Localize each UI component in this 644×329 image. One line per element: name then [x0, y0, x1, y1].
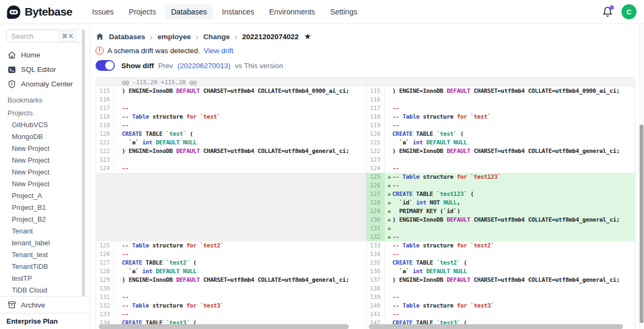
show-diff-toggle[interactable]	[96, 60, 115, 71]
sidebar-project-item[interactable]: Tenant_test	[0, 249, 90, 261]
sidebar-project-item[interactable]: GitHubVCS	[0, 119, 90, 131]
sidebar-project-item[interactable]: New Project	[0, 143, 90, 155]
plan-label: Enterprise Plan	[0, 313, 90, 329]
view-drift-link[interactable]: View drift	[204, 47, 233, 55]
diff-row: 117--	[367, 104, 635, 113]
sidebar-project-item[interactable]: TenantTiDB	[0, 261, 90, 273]
diff-row: 121 `a` int DEFAULT NULL	[96, 138, 366, 147]
archive-label: Archive	[21, 301, 45, 309]
search-input[interactable]	[11, 32, 56, 40]
sidebar-project-item[interactable]: Tenant	[0, 225, 90, 237]
avatar[interactable]: C	[621, 4, 636, 19]
show-diff-label: Show diff	[121, 62, 154, 70]
diff-row: 127+CREATE TABLE `test123` (	[367, 190, 635, 199]
breadcrumb-item[interactable]: Change	[203, 33, 230, 41]
breadcrumb-item[interactable]: Databases	[109, 33, 145, 41]
diff-row: 123	[367, 156, 635, 164]
nav-item-databases[interactable]: Databases	[165, 4, 213, 19]
diff-row: 115) ENGINE=InnoDB DEFAULT CHARSET=utf8m…	[96, 87, 366, 96]
page-scrollbar[interactable]	[639, 24, 644, 329]
diff-row: 120CREATE TABLE `test` (	[96, 130, 366, 138]
sidebar-project-item[interactable]: tenant_label	[0, 237, 90, 249]
main-content: Databases›employee›Change›20221202074022…	[90, 24, 644, 329]
diff-row: 121 `a` int DEFAULT NULL	[367, 138, 635, 147]
breadcrumb-items: Databases›employee›Change›20221202074022	[109, 32, 298, 41]
search-shortcut-badge: ⌘ K	[58, 31, 76, 41]
sidebar-project-item[interactable]: TiDB Cloud	[0, 284, 90, 296]
sidebar-item-home[interactable]: Home	[0, 48, 90, 62]
star-icon[interactable]: ★	[304, 32, 311, 41]
notifications-button[interactable]	[602, 6, 613, 17]
alert-text: A schema drift was detected.	[107, 47, 200, 55]
nav-item-environments[interactable]: Environments	[264, 4, 321, 19]
breadcrumb-item: 20221202074022	[242, 33, 298, 41]
diff-right-horizontal-scrollbar[interactable]	[369, 324, 623, 329]
terminal-icon	[8, 65, 16, 74]
page-scrollbar-thumb[interactable]	[640, 125, 643, 323]
sidebar-project-item[interactable]: MongoDB	[0, 131, 90, 143]
home-breadcrumb-icon[interactable]	[96, 32, 104, 41]
sidebar-section-projects[interactable]: Projects	[0, 109, 90, 117]
alert-icon: !	[96, 47, 104, 55]
diff-row: 122) ENGINE=InnoDB DEFAULT CHARSET=utf8m…	[96, 147, 366, 156]
breadcrumb-item[interactable]: employee	[158, 33, 191, 41]
diff-row: 125-- Table structure for `test2`	[96, 242, 366, 250]
diff-row: 116	[96, 96, 366, 104]
diff-row	[96, 224, 366, 233]
sidebar-project-item[interactable]: Project_A	[0, 190, 90, 202]
diff-row: 129+ PRIMARY KEY (`id`)	[367, 207, 635, 216]
diff-row	[96, 199, 366, 207]
diff-row: 128+ `id` int NOT NULL,	[367, 199, 635, 207]
sidebar-scrollbar[interactable]	[82, 30, 85, 296]
diff-row: 116	[367, 96, 635, 104]
diff-row: 131+	[367, 224, 635, 233]
diff-row: 124--	[367, 164, 635, 173]
sidebar-section-bookmarks[interactable]: Bookmarks	[0, 96, 90, 104]
diff-row: 120CREATE TABLE `test` (	[367, 130, 635, 138]
diff-row: 141--	[367, 310, 635, 319]
diff-hunk-header	[367, 78, 635, 87]
diff-row: 138	[367, 284, 635, 293]
notification-dot	[610, 5, 614, 10]
search-box[interactable]: ⌘ K	[6, 30, 83, 42]
bytebase-logo[interactable]: Bytebase	[6, 5, 72, 19]
nav-item-instances[interactable]: Instances	[216, 4, 260, 19]
sidebar-project-item[interactable]: New Project	[0, 166, 90, 178]
diff-pane-left: @@ -115,20 +115,28 @@115) ENGINE=InnoDB …	[96, 78, 366, 329]
nav-item-settings[interactable]: Settings	[324, 4, 363, 19]
diff-row: 118-- Table structure for `test`	[96, 113, 366, 121]
sidebar-project-item[interactable]: New Project	[0, 178, 90, 190]
archive-icon	[8, 301, 16, 309]
diff-row	[96, 233, 366, 242]
prev-label: Prev	[158, 62, 173, 70]
sidebar-project-item[interactable]: testTP	[0, 273, 90, 284]
diff-row: 133--	[96, 310, 366, 319]
diff-row: 123	[96, 156, 366, 164]
sidebar-item-anomaly-center[interactable]: Anomaly Center	[0, 77, 90, 91]
nav-item-projects[interactable]: Projects	[123, 4, 162, 19]
brand-name: Bytebase	[25, 5, 72, 18]
diff-row	[96, 216, 366, 224]
diff-row: 127CREATE TABLE `test2` (	[96, 259, 366, 267]
diff-row: 118-- Table structure for `test`	[367, 113, 635, 121]
diff-row: 137) ENGINE=InnoDB DEFAULT CHARSET=utf8m…	[367, 276, 635, 284]
sidebar-item-sql-editor[interactable]: SQL Editor	[0, 62, 90, 77]
project-list: GitHubVCSMongoDBNew ProjectNew ProjectNe…	[0, 119, 90, 296]
diff-row: 130	[96, 284, 366, 293]
sidebar-item-archive[interactable]: Archive	[0, 297, 90, 313]
breadcrumb: Databases›employee›Change›20221202074022…	[96, 31, 644, 42]
diff-row: 124--	[96, 164, 366, 173]
diff-row: 132+--	[367, 233, 635, 242]
diff-row: 133-- Table structure for `test2`	[367, 242, 635, 250]
diff-row	[96, 190, 366, 199]
sidebar-project-item[interactable]: Project_B2	[0, 214, 90, 225]
prev-version-link[interactable]: (202206270013)	[178, 62, 231, 70]
diff-row: 126+--	[367, 181, 635, 190]
diff-row: 136 `a` int DEFAULT NULL	[367, 267, 635, 276]
nav-item-issues[interactable]: Issues	[86, 4, 120, 19]
sidebar-project-item[interactable]: New Project	[0, 155, 90, 166]
sidebar: ⌘ K Home SQL Editor	[0, 24, 90, 329]
diff-left-horizontal-scrollbar[interactable]	[99, 324, 349, 329]
sidebar-project-item[interactable]: Project_B1	[0, 202, 90, 214]
diff-row: 122) ENGINE=InnoDB DEFAULT CHARSET=utf8m…	[367, 147, 635, 156]
